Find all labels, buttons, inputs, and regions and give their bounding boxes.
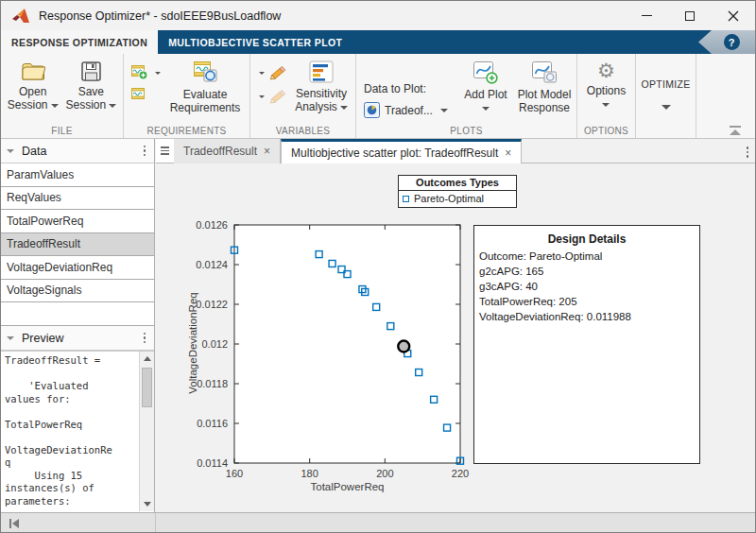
plot-model-response-button[interactable]: Plot Model Response [513, 54, 576, 114]
maximize-icon [685, 11, 695, 21]
requirement-add-icon [131, 65, 148, 80]
section-plots-label: PLOTS [356, 126, 576, 136]
section-options: ⚙ Options OPTIONS [577, 54, 636, 138]
tab-response-optimization[interactable]: RESPONSE OPTIMIZATION [1, 30, 158, 54]
skip-to-start-icon[interactable] [8, 518, 21, 529]
edit-variable-disabled-button[interactable] [256, 89, 287, 105]
doc-tab-scatter-plot-label: Multiobjective scatter plot: TradeoffRes… [291, 146, 498, 160]
title-bar: Response Optimizer* - sdoIEEE9BusLoadflo… [1, 1, 755, 30]
options-button[interactable]: ⚙ Options [577, 54, 635, 111]
legend-title: Outcomes Types [399, 176, 516, 191]
data-item-totalpowerreq[interactable]: TotalPowerReq [1, 210, 154, 233]
preview-panel-menu-icon[interactable] [141, 330, 149, 347]
data-list: ParamValues ReqValues TotalPowerReq Trad… [1, 163, 154, 326]
scatter-plot-document: 1601802002200.01140.01160.01180.0120.012… [174, 163, 756, 512]
help-banner: ? [698, 30, 755, 54]
status-bar-divider [155, 513, 156, 532]
pareto-marker-icon [403, 196, 409, 202]
section-optimize: OPTIMIZE [636, 54, 696, 138]
preview-panel-collapse-icon[interactable] [7, 336, 14, 340]
doc-tab-tradeoffresult[interactable]: TradeoffResult × [174, 139, 281, 163]
tradeoff-data-icon [364, 102, 380, 118]
scroll-thumb[interactable] [142, 368, 152, 407]
evaluate-requirements-icon [191, 60, 219, 85]
open-session-label-1: Open [19, 85, 46, 98]
data-panel-title: Data [22, 145, 46, 158]
optimize-dropdown-icon [662, 105, 671, 110]
response-optimizer-window: Response Optimizer* - sdoIEEE9BusLoadflo… [0, 0, 756, 533]
data-item-tradeoffresult[interactable]: TradeoffResult [1, 233, 154, 257]
data-to-plot-dropdown[interactable]: Tradeof... [364, 102, 458, 118]
preview-panel-title: Preview [22, 332, 63, 345]
tab-multiobjective-scatter-plot[interactable]: MULTIOBJECTIVE SCATTER PLOT [158, 30, 352, 54]
save-session-dropdown-icon [109, 104, 116, 108]
pencil-icon [268, 65, 287, 81]
close-button[interactable] [712, 1, 755, 30]
show-requirement-button[interactable] [131, 88, 161, 100]
collapse-ribbon-button[interactable] [729, 126, 742, 136]
optimize-label: OPTIMIZE [642, 78, 691, 90]
minimize-button[interactable] [625, 1, 668, 30]
options-label: Options [587, 84, 626, 97]
scroll-up-button[interactable] [140, 352, 155, 366]
maximize-button[interactable] [668, 1, 712, 30]
scroll-down-icon [144, 502, 151, 507]
section-plots: Data to Plot: Tradeof... [356, 54, 577, 138]
data-to-plot-value: Tradeof... [385, 104, 433, 117]
help-button[interactable]: ? [724, 34, 740, 50]
minimize-icon [642, 15, 652, 16]
section-file: Open Session Save Session FILE [1, 54, 124, 138]
legend-entry-pareto-optimal[interactable]: Pareto-Optimal [399, 191, 516, 207]
svg-text:0.0118: 0.0118 [197, 378, 228, 389]
plot-model-response-label-2: Response [519, 101, 570, 114]
document-tab-menu-icon[interactable] [744, 144, 752, 161]
panel-grip-strip [156, 139, 174, 512]
main-area: Data ParamValues ReqValues TotalPowerReq… [1, 139, 755, 512]
evaluate-requirements-button[interactable]: Evaluate Requirements [161, 54, 249, 114]
open-session-button[interactable]: Open Session [8, 54, 59, 112]
doc-tab-tradeoffresult-close-icon[interactable]: × [264, 145, 270, 158]
sensitivity-analysis-button[interactable]: Sensitivity Analysis [287, 54, 355, 113]
scroll-up-icon [144, 356, 151, 361]
toolstrip-tab-bar: RESPONSE OPTIMIZATION MULTIOBJECTIVE SCA… [1, 30, 755, 54]
section-options-label: OPTIONS [577, 126, 635, 136]
open-session-label-2: Session [8, 98, 48, 112]
options-dropdown-icon [602, 103, 610, 107]
section-requirements: Evaluate Requirements REQUIREMENTS [124, 54, 250, 138]
data-item-voltagesignals[interactable]: VoltageSignals [1, 280, 154, 303]
edit-variable-disabled-dropdown-icon [259, 95, 265, 98]
pencil-faded-icon [268, 89, 287, 105]
legend-entry-label: Pareto-Optimal [414, 193, 484, 204]
doc-tab-scatter-plot-close-icon[interactable]: × [505, 146, 511, 160]
collapse-ribbon-arrow-icon [730, 129, 741, 135]
toolstrip: Open Session Save Session FILE [1, 54, 755, 139]
svg-text:0.0116: 0.0116 [197, 418, 228, 429]
requirement-icon [131, 88, 146, 100]
close-icon [728, 10, 739, 22]
add-plot-button[interactable]: Add Plot [458, 54, 513, 114]
svg-text:0.012: 0.012 [201, 338, 228, 350]
data-item-paramvalues[interactable]: ParamValues [1, 163, 154, 187]
data-item-voltagedeviationreq[interactable]: VoltageDeviationReq [1, 256, 154, 280]
document-tab-bar: TradeoffResult × Multiobjective scatter … [174, 139, 756, 163]
evaluate-requirements-label-2: Requirements [170, 101, 241, 114]
tab-multiobjective-scatter-plot-label: MULTIOBJECTIVE SCATTER PLOT [168, 37, 342, 48]
document-area: TradeoffResult × Multiobjective scatter … [174, 139, 756, 512]
svg-text:0.0122: 0.0122 [196, 299, 228, 310]
sensitivity-analysis-icon [309, 60, 334, 84]
panel-grip-button[interactable] [156, 139, 174, 163]
preview-text: TradeoffResult = 'Evaluated values for: … [5, 354, 137, 511]
data-panel-menu-icon[interactable] [141, 143, 149, 160]
plot-model-response-label-1: Plot Model [518, 88, 572, 101]
new-requirement-button[interactable] [131, 65, 161, 80]
optimize-button[interactable]: OPTIMIZE [636, 54, 696, 110]
design-details-panel: Design Details Outcome: Pareto-Optimal g… [473, 225, 700, 464]
scroll-down-button[interactable] [140, 497, 155, 511]
edit-variable-button[interactable] [256, 65, 287, 81]
data-panel-collapse-icon[interactable] [7, 149, 14, 153]
preview-scrollbar[interactable] [139, 352, 154, 511]
doc-tab-scatter-plot[interactable]: Multiobjective scatter plot: TradeoffRes… [281, 139, 522, 163]
data-item-reqvalues[interactable]: ReqValues [1, 187, 154, 211]
save-session-button[interactable]: Save Session [66, 54, 117, 112]
y-axis-label: VoltageDeviationReq [187, 282, 198, 404]
